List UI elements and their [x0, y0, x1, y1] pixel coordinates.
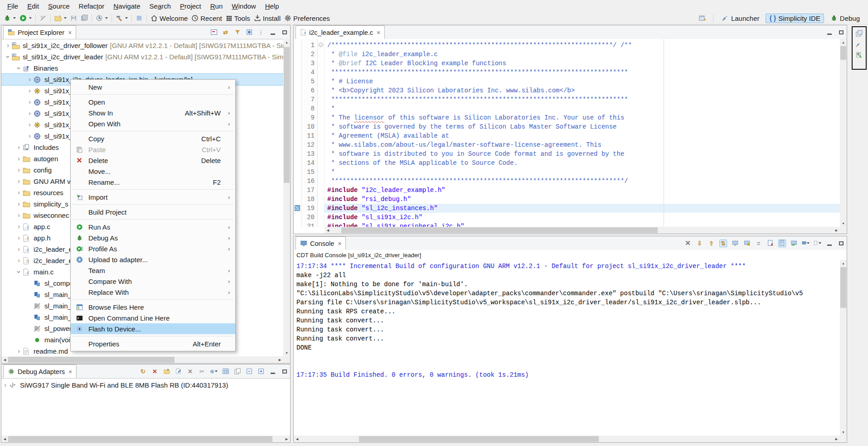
rename-adapter-icon[interactable]: [175, 368, 182, 375]
pin-console-icon[interactable]: [778, 240, 786, 247]
debug-adapters-hscrollbar[interactable]: ◀ ▶: [1, 436, 290, 442]
copy-view-icon[interactable]: [233, 368, 241, 375]
perspective-launcher[interactable]: Launcher: [718, 14, 763, 23]
show-on-output-icon[interactable]: ⇅: [719, 240, 727, 247]
save-all-button[interactable]: [79, 14, 90, 22]
lock-monitor-icon[interactable]: [743, 240, 751, 247]
menu-item-build-project[interactable]: Build Project: [71, 206, 235, 217]
scroll-left-arrow[interactable]: ◀: [1, 356, 8, 363]
console-hscrollbar[interactable]: ◀ ▶: [294, 436, 840, 442]
perspective-debug[interactable]: Debug: [827, 14, 863, 23]
scroll-up-arrow[interactable]: ▲: [840, 260, 847, 267]
scroll-to-bottom-icon[interactable]: ⇩: [696, 240, 703, 247]
scroll-down-arrow[interactable]: ▼: [840, 429, 847, 436]
expand-arrow-icon[interactable]: ›: [26, 85, 34, 96]
expand-arrow-icon[interactable]: ›: [15, 153, 23, 164]
adapter-config-icon[interactable]: ✂: [198, 368, 206, 375]
menu-search[interactable]: Search: [145, 0, 176, 12]
tree-row[interactable]: ›Csl_si91x_i2c_driver_leader[GNU ARM v12…: [1, 51, 283, 62]
collapse-arrow-icon[interactable]: ›: [15, 62, 23, 74]
expand-arrow-icon[interactable]: ›: [15, 210, 23, 221]
expand-arrow-icon[interactable]: ›: [15, 198, 23, 210]
expand-arrow-icon[interactable]: ›: [15, 232, 23, 244]
new-console-dropdown-icon[interactable]: [814, 240, 821, 247]
tools-button[interactable]: Tools: [224, 14, 252, 23]
minimize-view-icon[interactable]: [825, 240, 833, 247]
minimize-view-icon[interactable]: [825, 29, 833, 36]
welcome-button[interactable]: Welcome: [149, 14, 189, 23]
debug-launch-button[interactable]: [2, 14, 18, 22]
restore-view-icon[interactable]: [855, 29, 863, 37]
collapse-arrow-icon[interactable]: ›: [4, 51, 12, 62]
run-launch-button[interactable]: [18, 14, 34, 22]
code-text-area[interactable]: /***************************************…: [325, 39, 840, 227]
expand-arrow-icon[interactable]: ›: [26, 130, 34, 142]
expand-arrow-icon[interactable]: ›: [26, 119, 34, 130]
view-menu-icon[interactable]: ⋮: [257, 29, 265, 36]
build-button[interactable]: [114, 14, 130, 22]
delete-adapter-icon[interactable]: ✕: [186, 368, 194, 375]
expand-arrow-icon[interactable]: ›: [15, 142, 23, 153]
menu-item-replace-with[interactable]: Replace With›: [71, 287, 235, 297]
scroll-right-arrow[interactable]: ▶: [833, 227, 840, 234]
menu-item-show-in[interactable]: Show InAlt+Shift+W›: [71, 107, 235, 118]
flash-programmer-button[interactable]: [134, 14, 145, 22]
current-include-marker-icon[interactable]: [295, 205, 300, 211]
expand-tree-icon[interactable]: [257, 368, 265, 375]
menu-item-copy[interactable]: CopyCtrl+C: [71, 133, 235, 144]
menu-item-browse-files-here[interactable]: Browse Files Here: [71, 302, 235, 312]
menu-item-flash-to-device[interactable]: Flash to Device...: [71, 323, 235, 334]
pin-monitor-icon[interactable]: [731, 240, 739, 247]
display-selected-console-icon[interactable]: [790, 240, 798, 247]
menu-item-upload-to-adapter[interactable]: Upload to adapter...: [71, 254, 235, 265]
menu-item-profile-as[interactable]: Profile As›: [71, 243, 235, 254]
maximize-view-icon[interactable]: [281, 368, 288, 375]
folding-ruler[interactable]: −: [318, 39, 325, 227]
menu-project[interactable]: Project: [175, 0, 206, 12]
console-vscrollbar[interactable]: ▲ ▼: [840, 260, 847, 436]
menu-window[interactable]: Window: [227, 0, 260, 12]
expand-arrow-icon[interactable]: ›: [15, 255, 23, 266]
menu-edit[interactable]: Edit: [23, 0, 44, 12]
debug-launch-caret[interactable]: [13, 17, 16, 19]
expand-arrow-icon[interactable]: ›: [26, 96, 34, 108]
tree-row[interactable]: ›Csl_si91x_i2c_driver_follower[GNU ARM v…: [1, 40, 283, 51]
menu-item-team[interactable]: Team›: [71, 265, 235, 276]
new-group-icon[interactable]: [163, 368, 170, 375]
menu-item-import[interactable]: Import›: [71, 192, 235, 202]
console-tab-close-icon[interactable]: ×: [338, 240, 341, 247]
project-explorer-vscrollbar[interactable]: ▲ ▼: [283, 39, 290, 356]
expand-arrow-icon[interactable]: ›: [15, 221, 23, 232]
minimize-view-icon[interactable]: [269, 368, 276, 375]
save-button[interactable]: [68, 14, 79, 22]
menu-item-paste[interactable]: PasteCtrl+V: [71, 144, 235, 155]
collapse-all-icon[interactable]: [210, 29, 218, 36]
scroll-right-arrow[interactable]: ▶: [276, 356, 283, 363]
menu-item-debug-as[interactable]: Debug As›: [71, 232, 235, 243]
menu-item-properties[interactable]: PropertiesAlt+Enter: [71, 338, 235, 349]
connect-adapter-icon[interactable]: ↻: [139, 368, 147, 375]
minimized-outline-view-icon[interactable]: [855, 40, 863, 48]
expand-arrow-icon[interactable]: ›: [15, 164, 23, 176]
debug-adapters-tab[interactable]: Debug Adapters ×: [3, 364, 77, 378]
scroll-up-arrow[interactable]: ▲: [840, 39, 847, 46]
filter-icon[interactable]: [233, 29, 241, 36]
launch-history-button[interactable]: [94, 14, 110, 22]
terminate-icon[interactable]: ✕: [684, 240, 692, 247]
menu-item-delete[interactable]: DeleteDelete: [71, 155, 235, 166]
launch-history-caret[interactable]: [105, 17, 108, 19]
menu-navigate[interactable]: Navigate: [109, 0, 145, 12]
annotation-ruler[interactable]: [294, 39, 301, 227]
scroll-left-arrow[interactable]: ◀: [1, 436, 8, 442]
menu-refactor[interactable]: Refactor: [74, 0, 109, 12]
menu-item-open[interactable]: Open: [71, 96, 235, 107]
preferences-button[interactable]: Preferences: [282, 14, 332, 23]
expand-arrow-icon[interactable]: ›: [26, 74, 34, 85]
tree-row[interactable]: ›10Binaries: [1, 62, 283, 74]
maximize-view-icon[interactable]: [837, 240, 845, 247]
focus-view-icon[interactable]: [245, 29, 253, 36]
expand-arrow-icon[interactable]: ›: [15, 345, 23, 356]
project-explorer-hscrollbar[interactable]: ◀ ▶: [1, 356, 283, 363]
new-wizard-caret[interactable]: [64, 17, 67, 19]
expand-arrow-icon[interactable]: ›: [4, 40, 12, 51]
